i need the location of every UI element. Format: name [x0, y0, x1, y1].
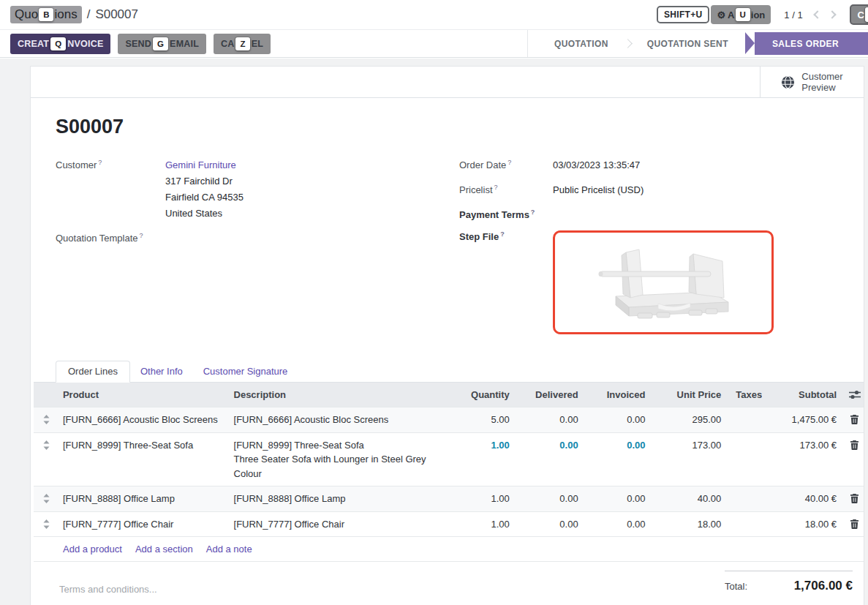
drag-handle-icon[interactable]: [34, 407, 56, 424]
customer-preview-button[interactable]: Customer Preview: [760, 67, 864, 97]
cell-delivered[interactable]: 0.00: [517, 486, 586, 511]
cell-description[interactable]: [FURN_6666] Acoustic Bloc Screens: [227, 407, 451, 432]
step-file-field-row: Step File?: [459, 229, 839, 334]
cell-description[interactable]: [FURN_8888] Office Lamp: [227, 486, 451, 511]
tab-order-lines[interactable]: Order Lines: [56, 361, 130, 383]
header-invoiced[interactable]: Invoiced: [586, 383, 653, 407]
help-icon: ?: [531, 208, 535, 216]
cell-invoiced[interactable]: 0.00: [586, 512, 653, 537]
pager-previous-icon[interactable]: [813, 10, 821, 18]
sheet-footer: Terms and conditions... Total: 1,706.00 …: [31, 562, 864, 605]
cell-unit-price[interactable]: 173.00: [652, 433, 728, 458]
step-file-label: Step File?: [459, 229, 553, 334]
order-date-value[interactable]: 03/03/2023 13:35:47: [553, 157, 640, 173]
drag-handle-icon[interactable]: [34, 486, 56, 503]
total-value: 1,706.00 €: [794, 579, 853, 593]
gear-icon: ⚙: [717, 10, 725, 20]
breadcrumb-quotations-text-post: ions: [54, 7, 77, 22]
cut-off-button[interactable]: C: [850, 4, 868, 25]
stage-quotation[interactable]: QUOTATION: [540, 32, 623, 55]
cell-delivered[interactable]: 0.00: [517, 407, 586, 432]
drag-handle-icon[interactable]: [34, 512, 56, 529]
header-description[interactable]: Description: [227, 383, 451, 407]
top-navigation-bar: Quo B ions / S00007 SHIFT+U ⚙ A U ion 1 …: [0, 0, 868, 29]
table-row[interactable]: [FURN_8888] Office Lamp [FURN_8888] Offi…: [34, 486, 864, 511]
header-unit-price[interactable]: Unit Price: [652, 383, 728, 407]
cut-off-button-label: C: [858, 10, 864, 20]
add-a-section-link[interactable]: Add a section: [135, 544, 193, 555]
step-file-3d-part: [572, 239, 755, 326]
order-lines-table: Product Description Quantity Delivered I…: [34, 382, 864, 562]
shortcut-hint-badge: SHIFT+U: [657, 6, 709, 23]
send-email-button[interactable]: SEND G EMAIL: [118, 34, 206, 54]
breadcrumb-quotations-link[interactable]: Quo B ions: [10, 6, 82, 23]
cell-quantity[interactable]: 1.00: [451, 433, 517, 458]
add-a-note-link[interactable]: Add a note: [206, 544, 252, 555]
header-delivered[interactable]: Delivered: [517, 383, 586, 407]
stage-quotation-sent[interactable]: QUOTATION SENT: [633, 32, 743, 55]
pricelist-value[interactable]: Public Pricelist (USD): [553, 182, 644, 198]
smart-button-strip: Customer Preview: [31, 67, 864, 98]
delete-row-icon[interactable]: [844, 486, 864, 503]
help-icon: ?: [507, 159, 511, 166]
customer-label: Customer?: [56, 157, 165, 222]
globe-icon: [781, 75, 795, 89]
table-row[interactable]: [FURN_7777] Office Chair [FURN_7777] Off…: [34, 511, 864, 537]
cell-product[interactable]: [FURN_6666] Acoustic Bloc Screens: [56, 407, 227, 432]
terms-and-conditions-input[interactable]: Terms and conditions...: [59, 584, 157, 595]
cancel-button[interactable]: CA Z EL: [214, 34, 271, 54]
breadcrumb-quotations-text-pre: Quo: [15, 7, 38, 22]
cell-taxes[interactable]: [728, 407, 762, 418]
cell-quantity[interactable]: 1.00: [451, 486, 517, 511]
cell-unit-price[interactable]: 40.00: [652, 486, 728, 511]
tab-customer-signature[interactable]: Customer Signature: [193, 361, 298, 382]
cell-delivered[interactable]: 0.00: [517, 433, 586, 458]
cell-unit-price[interactable]: 18.00: [652, 512, 728, 537]
cell-invoiced[interactable]: 0.00: [586, 433, 653, 458]
table-row[interactable]: [FURN_6666] Acoustic Bloc Screens [FURN_…: [34, 407, 864, 432]
cell-delivered[interactable]: 0.00: [517, 512, 586, 537]
cell-description[interactable]: [FURN_8999] Three-Seat Sofa Three Seater…: [227, 433, 451, 486]
delete-row-icon[interactable]: [844, 407, 864, 424]
record-title[interactable]: S00007: [56, 116, 839, 138]
cell-product[interactable]: [FURN_8999] Three-Seat Sofa: [56, 433, 227, 458]
header-product[interactable]: Product: [56, 383, 227, 407]
payment-terms-label: Payment Terms?: [459, 207, 553, 220]
cell-description[interactable]: [FURN_7777] Office Chair: [227, 512, 451, 537]
total-label: Total:: [725, 581, 747, 592]
cell-taxes[interactable]: [728, 433, 762, 443]
customer-link[interactable]: Gemini Furniture: [165, 157, 244, 173]
header-subtotal[interactable]: Subtotal: [762, 383, 844, 407]
quotation-template-label: Quotation Template?: [56, 230, 165, 244]
tab-other-info[interactable]: Other Info: [130, 361, 193, 382]
cell-invoiced[interactable]: 0.00: [586, 407, 653, 432]
breadcrumb-separator: /: [87, 7, 91, 22]
cell-quantity[interactable]: 1.00: [451, 512, 517, 537]
optional-columns-icon[interactable]: [844, 383, 864, 407]
create-invoice-button[interactable]: CREAT Q NVOICE: [10, 34, 110, 54]
hint-badge-z: Z: [235, 37, 249, 50]
header-quantity[interactable]: Quantity: [451, 383, 517, 407]
cell-product[interactable]: [FURN_8888] Office Lamp: [56, 486, 227, 511]
add-a-product-link[interactable]: Add a product: [63, 544, 122, 555]
cell-unit-price[interactable]: 295.00: [652, 407, 728, 432]
cell-quantity[interactable]: 5.00: [451, 407, 517, 432]
stage-sales-order[interactable]: SALES ORDER: [755, 32, 868, 55]
breadcrumb: Quo B ions / S00007: [10, 6, 138, 23]
customer-preview-label: Customer Preview: [801, 71, 842, 93]
cell-taxes[interactable]: [728, 512, 762, 522]
delete-row-icon[interactable]: [844, 512, 864, 529]
cell-product[interactable]: [FURN_7777] Office Chair: [56, 512, 227, 537]
table-row[interactable]: [FURN_8999] Three-Seat Sofa [FURN_8999] …: [34, 432, 864, 486]
action-menu-button[interactable]: ⚙ A U ion: [711, 5, 771, 24]
drag-handle-icon[interactable]: [34, 433, 56, 450]
create-invoice-label-post: NVOICE: [67, 39, 103, 49]
cell-invoiced[interactable]: 0.00: [586, 486, 653, 511]
pager-next-icon[interactable]: [828, 10, 836, 18]
step-file-image[interactable]: [553, 230, 774, 334]
totals-block: Total: 1,706.00 €: [725, 571, 853, 593]
header-taxes[interactable]: Taxes: [728, 383, 762, 407]
hint-badge-b: B: [39, 8, 53, 21]
cell-taxes[interactable]: [728, 486, 762, 497]
delete-row-icon[interactable]: [844, 433, 864, 450]
